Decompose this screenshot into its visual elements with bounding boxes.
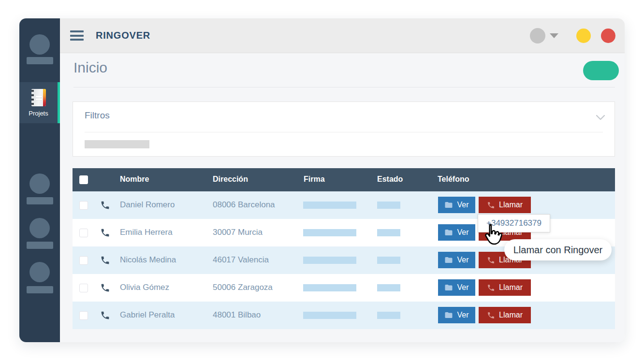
estado-placeholder	[377, 257, 400, 264]
sidebar-item-label: Projets	[29, 110, 48, 117]
folder-icon	[444, 283, 453, 292]
app-window: Projets RINGOVER	[19, 18, 625, 342]
phone-icon	[100, 283, 110, 293]
contact-name: Emilia Herrera	[120, 228, 173, 237]
sidebar-item-placeholder-avatar[interactable]	[29, 262, 50, 282]
filters-title[interactable]: Filtros	[85, 110, 110, 121]
hamburger-menu-icon[interactable]	[70, 29, 84, 43]
view-button[interactable]: Ver	[438, 197, 475, 213]
contact-address: 50006 Zaragoza	[213, 283, 273, 292]
estado-placeholder	[377, 284, 400, 291]
firma-placeholder	[303, 229, 356, 236]
folder-icon	[444, 201, 453, 209]
contact-name: Gabriel Peralta	[120, 310, 175, 320]
column-header-firma[interactable]: Firma	[304, 175, 325, 184]
tooltip-text: Llamar con Ringover	[513, 245, 603, 256]
view-button[interactable]: Ver	[438, 224, 475, 241]
phone-icon	[487, 256, 495, 264]
column-header-direccion[interactable]: Dirección	[213, 175, 248, 184]
estado-placeholder	[377, 229, 400, 236]
filters-divider	[85, 132, 603, 132]
caret-down-icon[interactable]	[550, 33, 558, 38]
firma-placeholder	[303, 202, 356, 209]
red-status-dot[interactable]	[601, 29, 615, 43]
table-header: Nombre Dirección Firma Estado Teléfono	[73, 168, 615, 191]
sidebar-item-placeholder-avatar[interactable]	[29, 173, 50, 194]
select-all-checkbox[interactable]	[79, 175, 88, 184]
column-header-telefono[interactable]: Teléfono	[438, 175, 469, 184]
sidebar-item-placeholder-avatar[interactable]	[29, 218, 50, 238]
firma-placeholder	[303, 284, 356, 291]
filters-panel: Filtros	[73, 101, 615, 157]
row-checkbox[interactable]	[79, 229, 88, 237]
contact-name: Nicolás Medina	[120, 255, 176, 265]
view-button[interactable]: Ver	[438, 307, 475, 323]
main-column: RINGOVER Inicio Filtros	[60, 18, 625, 342]
user-avatar[interactable]	[530, 28, 545, 43]
desktop-background: Projets RINGOVER	[0, 0, 644, 361]
chevron-down-icon[interactable]	[596, 114, 605, 122]
call-button[interactable]: Llamar	[479, 279, 531, 296]
row-checkbox[interactable]	[79, 284, 88, 292]
table-row: Gabriel Peralta 48001 Bilbao Ver Llamar	[73, 302, 615, 329]
row-checkbox[interactable]	[79, 311, 88, 320]
sidebar-item-placeholder-label	[27, 242, 53, 249]
row-checkbox[interactable]	[79, 201, 88, 210]
view-button[interactable]: Ver	[438, 252, 475, 268]
contacts-book-icon	[31, 89, 46, 106]
contact-address: 48001 Bilbao	[213, 310, 261, 320]
content-area: Inicio Filtros Nombre	[60, 53, 625, 342]
green-toggle-pill[interactable]	[583, 61, 619, 80]
estado-placeholder	[377, 312, 400, 319]
filter-placeholder-bar	[85, 140, 149, 148]
phone-icon	[487, 201, 495, 209]
contact-name: Daniel Romero	[120, 200, 175, 210]
contact-address: 30007 Murcia	[213, 228, 263, 237]
call-button[interactable]: Llamar	[479, 307, 531, 323]
phone-icon	[487, 284, 495, 292]
sidebar: Projets	[19, 18, 60, 342]
column-header-nombre[interactable]: Nombre	[120, 175, 149, 184]
sidebar-item-placeholder-label	[27, 286, 53, 293]
column-header-estado[interactable]: Estado	[377, 175, 403, 184]
phone-icon	[100, 255, 110, 265]
firma-placeholder	[303, 312, 356, 319]
folder-icon	[444, 256, 453, 264]
sidebar-item-placeholder-label	[27, 57, 53, 64]
phone-icon	[487, 311, 495, 319]
page-title: Inicio	[73, 59, 107, 76]
phone-icon	[100, 228, 110, 238]
contact-address: 46017 Valencia	[213, 255, 269, 265]
topbar-right-group	[530, 28, 615, 43]
sidebar-item-placeholder-label	[27, 197, 53, 204]
folder-icon	[444, 228, 453, 237]
row-checkbox[interactable]	[79, 256, 88, 265]
brand-logo: RINGOVER	[96, 30, 150, 41]
table-row: Olivia Gómez 50006 Zaragoza Ver Llamar	[73, 274, 615, 302]
topbar: RINGOVER	[60, 18, 625, 53]
phone-icon	[100, 200, 110, 210]
yellow-status-dot[interactable]	[576, 29, 591, 43]
estado-placeholder	[377, 202, 400, 209]
pointer-hand-cursor	[482, 223, 503, 247]
firma-placeholder	[303, 257, 356, 264]
contact-name: Olivia Gómez	[120, 283, 169, 292]
title-divider	[73, 87, 615, 87]
call-with-ringover-tooltip: Llamar con Ringover	[504, 239, 612, 260]
sidebar-item-placeholder-avatar[interactable]	[29, 34, 50, 55]
folder-icon	[444, 311, 453, 319]
sidebar-item-projets[interactable]: Projets	[19, 82, 60, 123]
phone-icon	[100, 310, 110, 320]
contact-address: 08006 Barcelona	[213, 200, 275, 210]
view-button[interactable]: Ver	[438, 279, 475, 296]
call-button[interactable]: Llamar	[479, 197, 531, 213]
